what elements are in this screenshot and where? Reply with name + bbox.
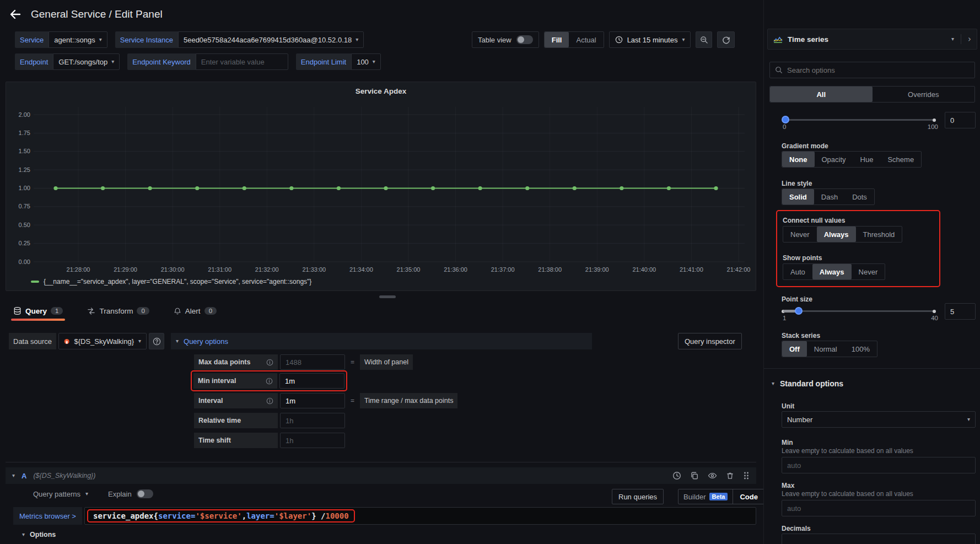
min-interval-label: Min interval [193, 373, 277, 389]
explain-toggle[interactable] [137, 489, 153, 498]
query-label-key: service= [158, 511, 195, 520]
endpoint-limit-label: Endpoint Limit [296, 53, 351, 70]
endpoint-keyword-input[interactable] [196, 53, 288, 70]
endpoint-limit-dropdown[interactable]: 100▾ [351, 53, 381, 70]
data-source-picker[interactable]: ${DS_SkyWalking} ▾ [58, 333, 147, 349]
fill-option[interactable]: Fill [545, 32, 569, 47]
chart-panel: Service Apdex 2.001.751.501.251.000.750.… [6, 82, 756, 291]
service-dropdown[interactable]: agent::songs▾ [49, 31, 107, 48]
hide-query-icon[interactable] [708, 471, 717, 480]
x-axis-tick: 21:38:00 [530, 266, 570, 273]
max-data-points-input[interactable] [280, 354, 345, 370]
query-inspector-button[interactable]: Query inspector [678, 333, 742, 349]
tab-all[interactable]: All [770, 87, 873, 102]
time-shift-row: Time shift [194, 433, 345, 448]
unit-select[interactable]: Number ▾ [782, 411, 976, 428]
line-dots[interactable]: Dots [845, 189, 874, 204]
chart-legend[interactable]: {__name__="service_apdex", layer="GENERA… [31, 278, 311, 286]
stack-100[interactable]: 100% [844, 341, 877, 357]
time-shift-input[interactable] [280, 433, 345, 448]
x-axis-tick: 21:29:00 [105, 266, 146, 273]
endpoint-label: Endpoint [15, 53, 53, 70]
tab-query[interactable]: Query 1 [11, 306, 65, 321]
duplicate-query-icon[interactable] [690, 471, 699, 480]
gradient-none[interactable]: None [782, 152, 815, 167]
query-count-badge: 1 [51, 307, 63, 315]
interval-input[interactable] [280, 393, 345, 408]
stack-off[interactable]: Off [782, 341, 807, 357]
query-expression-field[interactable]: service_apdex{service='$service', layer=… [84, 507, 756, 525]
delete-query-icon[interactable] [726, 471, 734, 480]
grafana-edit-panel: General Service / Edit Panel Discard Sav… [0, 0, 980, 544]
gradient-hue[interactable]: Hue [853, 152, 881, 167]
query-options-label: Query options [184, 337, 228, 346]
query-options-header[interactable]: ▾ Query options [171, 333, 592, 349]
actual-option[interactable]: Actual [569, 32, 603, 47]
points-auto[interactable]: Auto [783, 264, 812, 279]
min-input[interactable] [782, 457, 976, 473]
query-options-collapse[interactable]: ▾ Options [22, 531, 56, 538]
search-options-input[interactable] [787, 66, 970, 74]
fill-opacity-slider[interactable]: 0 100 [782, 112, 939, 128]
builder-mode-option[interactable]: Builder Beta [679, 489, 733, 504]
line-dash[interactable]: Dash [814, 189, 845, 204]
code-mode-option[interactable]: Code [733, 489, 764, 504]
x-axis-tick: 21:36:00 [435, 266, 476, 273]
chevron-down-icon: ▾ [951, 36, 954, 42]
chevron-down-icon: ▾ [12, 473, 15, 478]
collapse-pane-icon[interactable]: › [968, 34, 971, 44]
service-instance-dropdown[interactable]: 5eed0e5758a244aca6e7699415d360aa@10.52.0… [178, 31, 364, 48]
chevron-down-icon: ▾ [85, 491, 88, 497]
tab-alert[interactable]: Alert 0 [171, 307, 219, 321]
metrics-browser-button[interactable]: Metrics browser > [13, 507, 82, 525]
standard-options-header[interactable]: ▾ Standard options [772, 379, 843, 388]
y-axis-tick: 0.50 [9, 222, 30, 228]
connect-never[interactable]: Never [783, 227, 817, 242]
table-view-toggle[interactable] [516, 35, 533, 44]
relative-time-input[interactable] [280, 413, 345, 428]
x-axis-tick: 21:40:00 [624, 266, 665, 273]
drag-handle-icon[interactable] [743, 471, 750, 480]
tab-transform[interactable]: Transform 0 [85, 307, 151, 321]
query-row-header[interactable]: ▾ A (${DS_SkyWalking}) [6, 467, 756, 484]
tab-overrides[interactable]: Overrides [873, 87, 975, 102]
equals-sign: = [347, 358, 358, 366]
connect-threshold[interactable]: Threshold [856, 227, 902, 242]
query-history-icon[interactable] [672, 471, 681, 480]
x-axis-tick: 21:31:00 [200, 266, 240, 273]
gradient-opacity[interactable]: Opacity [815, 152, 853, 167]
fill-opacity-value[interactable] [945, 112, 976, 128]
points-always[interactable]: Always [812, 264, 852, 279]
time-series-plot[interactable]: 2.001.751.501.251.000.750.500.250.0021:2… [6, 82, 756, 276]
query-patterns-dropdown[interactable]: Query patterns ▾ [33, 490, 88, 498]
min-interval-input[interactable] [279, 373, 344, 389]
zoom-out-button[interactable] [696, 31, 712, 48]
fill-actual-switch: Fill Actual [544, 31, 604, 48]
gradient-mode-group: None Opacity Hue Scheme [782, 151, 922, 168]
panel-resize-handle[interactable] [379, 295, 396, 298]
point-size-control: 1 40 [782, 303, 976, 320]
points-never[interactable]: Never [852, 264, 885, 279]
time-shift-label: Time shift [194, 433, 278, 448]
gradient-scheme[interactable]: Scheme [880, 152, 921, 167]
panel-toolbar: Table view Fill Actual Last 15 minutes ▾ [472, 31, 735, 48]
back-button[interactable] [9, 8, 22, 21]
visualization-picker[interactable]: Time series ▾ › [767, 29, 977, 50]
run-queries-button[interactable]: Run queries [612, 489, 664, 504]
show-points-label: Show points [783, 254, 822, 262]
line-style-group: Solid Dash Dots [782, 188, 875, 205]
interval-row: Interval = Time range / max data points [194, 393, 457, 408]
divider [6, 462, 756, 462]
line-solid[interactable]: Solid [782, 189, 814, 204]
data-source-help-button[interactable] [149, 333, 164, 349]
point-size-value[interactable] [945, 303, 976, 320]
max-input[interactable] [782, 500, 976, 516]
time-range-picker[interactable]: Last 15 minutes ▾ [609, 31, 691, 48]
refresh-button[interactable] [717, 31, 735, 48]
query-toolbar-right: Run queries Builder Beta Code [612, 489, 765, 504]
stack-normal[interactable]: Normal [807, 341, 844, 357]
point-size-slider[interactable]: 1 40 [782, 303, 939, 320]
connect-always[interactable]: Always [817, 227, 856, 242]
decimals-input[interactable] [782, 534, 976, 544]
endpoint-dropdown[interactable]: GET:/songs/top▾ [53, 53, 120, 70]
